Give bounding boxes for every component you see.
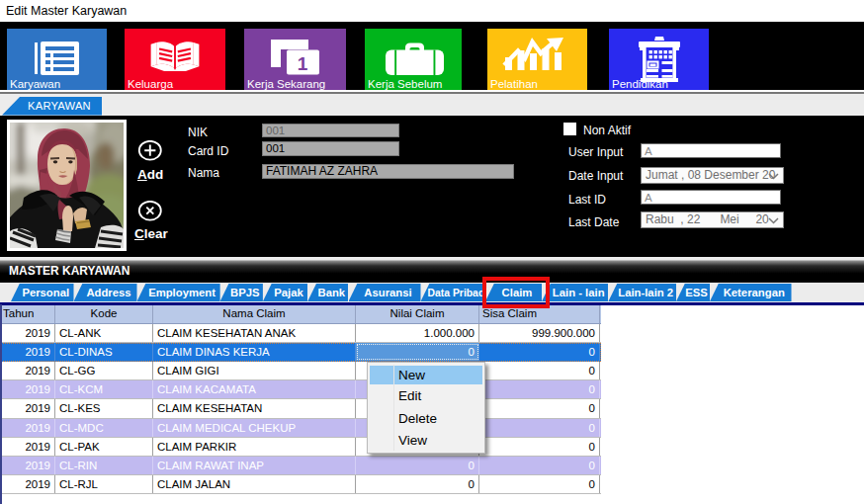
svg-text:1: 1	[298, 53, 308, 74]
